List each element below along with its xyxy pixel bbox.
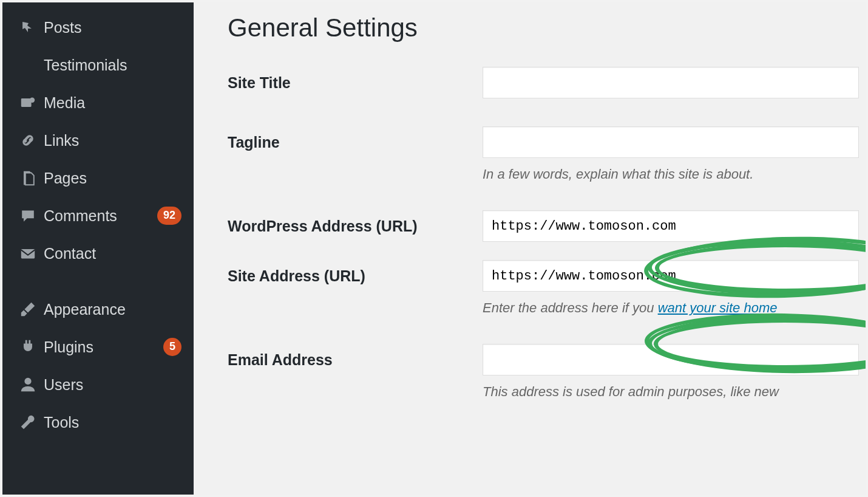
sidebar-item-contact[interactable]: Contact [2, 235, 194, 272]
sidebar-item-label: Appearance [44, 300, 181, 318]
settings-main: General Settings Site Title Tagline In a… [194, 2, 866, 495]
site-title-input[interactable] [483, 67, 859, 98]
sidebar-item-label: Posts [44, 18, 181, 36]
svg-rect-2 [21, 249, 35, 258]
brush-icon [19, 301, 44, 318]
admin-sidebar: Posts Testimonials Media Links Pages [2, 2, 194, 495]
comment-icon [19, 207, 44, 224]
sidebar-item-users[interactable]: Users [2, 366, 194, 403]
tagline-input[interactable] [483, 126, 859, 158]
sidebar-item-label: Plugins [44, 338, 160, 356]
pin-icon [19, 19, 44, 36]
sidebar-item-label: Testimonials [44, 56, 181, 74]
user-icon [19, 376, 44, 393]
svg-point-3 [24, 378, 31, 385]
site-url-description: Enter the address here if you want your … [483, 300, 866, 316]
sidebar-item-label: Links [44, 131, 181, 149]
sidebar-item-pages[interactable]: Pages [2, 159, 194, 197]
site-url-input[interactable] [483, 260, 859, 292]
svg-point-1 [30, 98, 35, 103]
label-wp-url: WordPress Address (URL) [228, 210, 483, 235]
page-icon [19, 170, 44, 187]
sidebar-item-label: Tools [44, 413, 181, 431]
sidebar-item-posts[interactable]: Posts [2, 9, 194, 46]
email-input[interactable] [483, 344, 859, 375]
sidebar-item-media[interactable]: Media [2, 84, 194, 122]
tool-icon [19, 414, 44, 431]
plug-icon [19, 338, 44, 355]
sidebar-item-label: Contact [44, 244, 181, 262]
row-email: Email Address This address is used for a… [228, 344, 866, 400]
label-tagline: Tagline [228, 126, 483, 151]
sidebar-item-testimonials[interactable]: Testimonials [2, 46, 194, 84]
row-site-title: Site Title [228, 67, 866, 98]
sidebar-item-label: Pages [44, 169, 181, 187]
label-site-title: Site Title [228, 67, 483, 92]
link-icon [19, 132, 44, 149]
row-site-url: Site Address (URL) Enter the address her… [228, 260, 866, 316]
sidebar-item-appearance[interactable]: Appearance [2, 290, 194, 328]
media-icon [19, 94, 44, 111]
label-site-url: Site Address (URL) [228, 260, 483, 285]
label-email: Email Address [228, 344, 483, 369]
sidebar-item-label: Media [44, 94, 181, 112]
site-url-desc-link[interactable]: want your site home [658, 300, 778, 315]
row-wp-url: WordPress Address (URL) [228, 210, 866, 242]
comments-count-badge: 92 [157, 207, 181, 225]
sidebar-item-label: Comments [44, 207, 154, 225]
sidebar-item-plugins[interactable]: Plugins 5 [2, 328, 194, 366]
site-url-desc-text: Enter the address here if you [483, 300, 658, 315]
row-tagline: Tagline In a few words, explain what thi… [228, 126, 866, 182]
sidebar-item-tools[interactable]: Tools [2, 403, 194, 441]
sidebar-item-label: Users [44, 375, 181, 394]
tagline-description: In a few words, explain what this site i… [483, 166, 866, 182]
email-description: This address is used for admin purposes,… [483, 384, 866, 400]
page-title: General Settings [228, 13, 866, 43]
plugins-count-badge: 5 [163, 338, 181, 356]
sidebar-item-links[interactable]: Links [2, 122, 194, 159]
wp-url-input[interactable] [483, 210, 859, 242]
mail-icon [19, 245, 44, 262]
sidebar-item-comments[interactable]: Comments 92 [2, 197, 194, 235]
